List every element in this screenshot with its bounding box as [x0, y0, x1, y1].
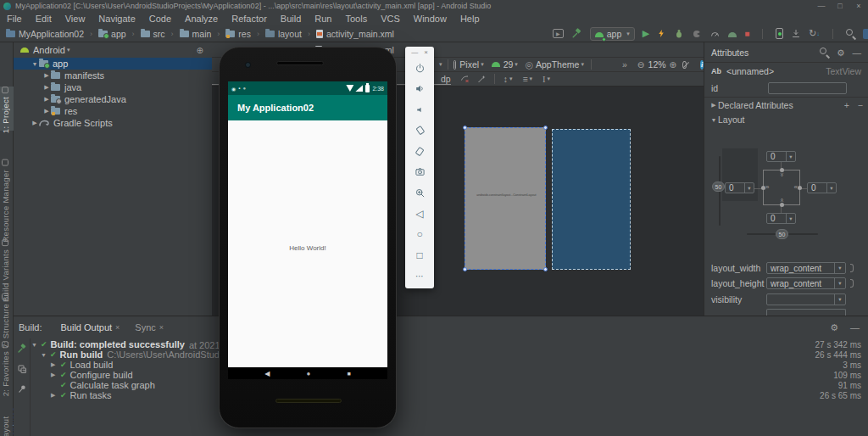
search-icon[interactable] — [820, 48, 829, 57]
menu-code[interactable]: Code — [142, 14, 178, 24]
sdk-manager-icon[interactable] — [791, 29, 801, 39]
project-view-selector[interactable]: Android ▾ ⊕ — [14, 42, 212, 58]
build-filter-hammer-icon[interactable] — [17, 344, 27, 354]
vertical-bias-badge[interactable]: 50 — [712, 182, 725, 192]
build-row[interactable]: ▶ ✔ Load build — [51, 360, 113, 370]
layout-section[interactable]: ▼ Layout — [704, 112, 868, 127]
breadcrumb-layout[interactable]: layout — [278, 29, 302, 39]
breadcrumb-project[interactable]: MyApplication02 — [19, 29, 84, 39]
pin-icon[interactable] — [18, 384, 27, 394]
selection-handle[interactable] — [463, 267, 467, 271]
tree-item-generatedjava[interactable]: ▶ generatedJava — [14, 93, 212, 105]
tree-item-manifests[interactable]: ▶ manifests — [14, 70, 212, 81]
back-button[interactable]: ◁ — [405, 204, 434, 225]
expand-arrow-icon[interactable]: ▶ — [51, 361, 60, 368]
close-tab-icon[interactable]: × — [112, 323, 126, 332]
stripe-tab-favorites[interactable]: 2: Favorites — [1, 341, 10, 396]
breadcrumb-main[interactable]: main — [192, 29, 212, 39]
menu-help[interactable]: Help — [453, 14, 487, 24]
rotate-left-button[interactable] — [405, 120, 434, 142]
tab-sync[interactable]: Sync — [126, 322, 155, 333]
margin-left-dropdown[interactable]: 0▾ — [725, 182, 754, 193]
profile-app-icon[interactable] — [728, 29, 737, 39]
export-icon[interactable] — [17, 364, 27, 374]
menu-file[interactable]: File — [0, 14, 29, 24]
breadcrumb-file[interactable]: activity_main.xml — [326, 29, 394, 39]
menu-window[interactable]: Window — [407, 14, 453, 24]
expand-arrow-icon[interactable]: ▶ — [51, 392, 60, 399]
stripe-tab-structure[interactable]: 7: Structure — [1, 293, 10, 349]
visibility-dropdown[interactable]: ▾ — [766, 293, 846, 305]
selection-handle[interactable] — [543, 126, 548, 130]
emulator-close-button[interactable]: × — [424, 48, 428, 58]
expand-arrow-icon[interactable]: ▶ — [42, 108, 51, 115]
stripe-tab-build-variants[interactable]: Build Variants — [1, 239, 10, 302]
expand-arrow-icon[interactable]: ▶ — [51, 372, 60, 378]
zoom-in-icon[interactable]: ⊕ — [670, 59, 677, 70]
more-options-button[interactable]: ⋯ — [405, 266, 434, 287]
menu-build[interactable]: Build — [274, 14, 308, 24]
add-attribute-icon[interactable]: + — [836, 100, 858, 110]
layout-width-dropdown[interactable]: wrap_content▾ — [766, 262, 846, 274]
breadcrumb-app[interactable]: app — [111, 29, 126, 39]
guidelines-icon[interactable]: I — [532, 75, 546, 84]
default-margins-icon[interactable]: ↕ — [500, 74, 508, 84]
anchor-right[interactable] — [798, 186, 802, 190]
constraint-box[interactable]: » « » « — [763, 170, 800, 205]
gear-icon[interactable]: ⚙ — [829, 48, 852, 58]
horizontal-bias-badge[interactable]: 50 — [776, 229, 788, 239]
screenshot-camera-button[interactable] — [405, 162, 434, 183]
minimize-window-button[interactable]: — — [812, 2, 831, 10]
menu-run[interactable]: Run — [308, 14, 338, 24]
close-tab-icon[interactable]: × — [156, 323, 170, 332]
run-button[interactable]: ▶ — [643, 28, 649, 39]
menu-vcs[interactable]: VCS — [374, 14, 407, 24]
emulator-minimize-button[interactable]: — — [411, 48, 418, 58]
remove-attribute-icon[interactable]: − — [858, 100, 863, 110]
close-window-button[interactable]: × — [849, 2, 868, 10]
maximize-window-button[interactable]: □ — [831, 2, 849, 10]
clear-constraints-icon[interactable] — [459, 74, 470, 84]
anchor-left[interactable] — [761, 186, 765, 190]
search-everywhere-icon[interactable] — [846, 29, 855, 38]
expand-arrow-icon[interactable]: ▶ — [709, 102, 718, 109]
rotate-right-button[interactable] — [405, 141, 434, 162]
build-hammer-icon[interactable] — [571, 28, 582, 39]
overview-button[interactable]: □ — [405, 245, 434, 266]
hide-panel-icon[interactable]: — — [853, 48, 862, 58]
margin-bottom-dropdown[interactable]: 0▾ — [766, 213, 796, 224]
nav-home-icon[interactable]: ● — [307, 370, 311, 377]
tree-item-gradle-scripts[interactable]: ▶ Gradle Scripts — [14, 117, 212, 129]
menu-navigate[interactable]: Navigate — [92, 14, 142, 24]
selection-handle[interactable] — [463, 126, 467, 130]
build-row[interactable]: ▶ ✔ Configure build — [51, 370, 133, 380]
layout-height-dropdown[interactable]: wrap_content▾ — [766, 277, 846, 289]
menu-edit[interactable]: Edit — [29, 14, 58, 24]
tree-item-app[interactable]: ▼ app — [14, 58, 212, 70]
clipped-toolbar-icon[interactable] — [863, 29, 868, 39]
anchor-bottom[interactable] — [780, 203, 784, 207]
build-row[interactable]: ▶ ✔ Run tasks — [51, 390, 111, 400]
expand-arrow-icon[interactable]: ▼ — [31, 342, 41, 348]
expand-arrow-icon[interactable]: ▶ — [31, 120, 39, 126]
expand-arrow-icon[interactable]: ▼ — [41, 352, 50, 358]
nav-recents-icon[interactable]: ■ — [348, 371, 351, 377]
menu-analyze[interactable]: Analyze — [178, 14, 225, 24]
margin-right-dropdown[interactable]: 0▾ — [807, 182, 837, 193]
menu-view[interactable]: View — [58, 14, 92, 24]
margin-top-dropdown[interactable]: 0▾ — [766, 151, 796, 162]
zoom-button[interactable] — [405, 182, 434, 204]
menu-tools[interactable]: Tools — [338, 14, 374, 24]
tree-item-res[interactable]: ▶ res — [14, 105, 212, 117]
volume-down-button[interactable] — [405, 99, 434, 120]
expand-arrow-icon[interactable]: ▶ — [42, 96, 51, 103]
theme-selector[interactable]: AppTheme — [533, 59, 579, 70]
zoom-out-icon[interactable]: ⊖ — [627, 59, 645, 70]
gradle-sync-icon[interactable]: ↻↓ — [809, 28, 820, 39]
volume-up-button[interactable] — [405, 79, 434, 100]
device-manager-icon[interactable] — [776, 28, 783, 39]
anchor-top[interactable] — [780, 168, 784, 172]
api-selector[interactable]: 29 — [500, 59, 514, 70]
debug-icon[interactable] — [674, 28, 684, 39]
expand-arrow-icon[interactable]: ▶ — [42, 72, 51, 79]
